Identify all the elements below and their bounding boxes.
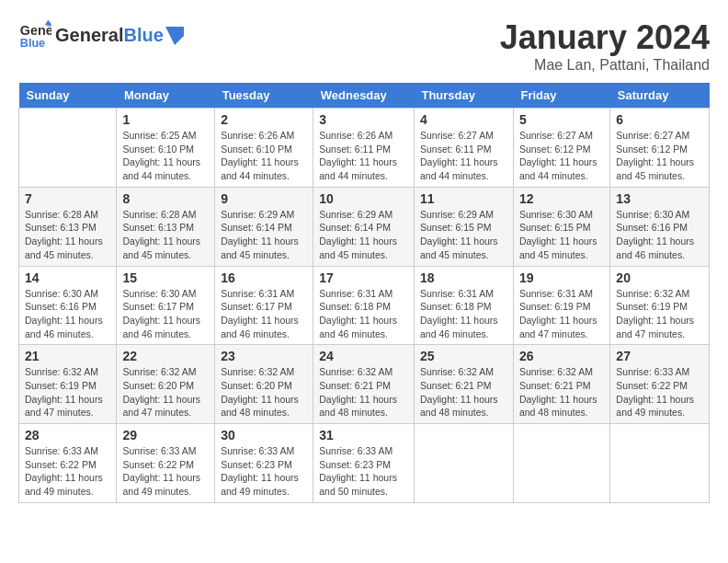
weekday-header-sunday: Sunday xyxy=(19,83,117,109)
calendar-cell: 12Sunrise: 6:30 AM Sunset: 6:15 PM Dayli… xyxy=(513,187,609,266)
day-info: Sunrise: 6:31 AM Sunset: 6:18 PM Dayligh… xyxy=(319,287,408,341)
logo-arrow-icon xyxy=(165,27,184,45)
calendar-cell: 16Sunrise: 6:31 AM Sunset: 6:17 PM Dayli… xyxy=(215,266,313,345)
calendar-cell xyxy=(414,424,513,503)
logo: General Blue General Blue xyxy=(18,18,184,52)
day-number: 27 xyxy=(616,349,703,363)
calendar-cell: 15Sunrise: 6:30 AM Sunset: 6:17 PM Dayli… xyxy=(117,266,215,345)
calendar-cell: 20Sunrise: 6:32 AM Sunset: 6:19 PM Dayli… xyxy=(610,266,710,345)
day-number: 22 xyxy=(122,349,209,363)
weekday-header-tuesday: Tuesday xyxy=(215,83,313,109)
day-number: 13 xyxy=(616,191,703,206)
day-info: Sunrise: 6:29 AM Sunset: 6:14 PM Dayligh… xyxy=(221,208,307,262)
day-info: Sunrise: 6:32 AM Sunset: 6:19 PM Dayligh… xyxy=(25,365,110,419)
svg-marker-4 xyxy=(165,27,184,45)
day-number: 3 xyxy=(319,112,408,127)
calendar-cell xyxy=(610,424,710,503)
day-info: Sunrise: 6:30 AM Sunset: 6:17 PM Dayligh… xyxy=(122,287,209,341)
day-number: 15 xyxy=(122,270,209,285)
logo-icon: General Blue xyxy=(18,18,51,52)
day-number: 6 xyxy=(616,112,703,127)
calendar-cell: 5Sunrise: 6:27 AM Sunset: 6:12 PM Daylig… xyxy=(513,109,609,188)
calendar-cell: 1Sunrise: 6:25 AM Sunset: 6:10 PM Daylig… xyxy=(117,109,215,188)
day-number: 2 xyxy=(221,112,307,127)
day-info: Sunrise: 6:33 AM Sunset: 6:22 PM Dayligh… xyxy=(616,365,703,419)
day-info: Sunrise: 6:32 AM Sunset: 6:19 PM Dayligh… xyxy=(616,287,703,341)
calendar-cell: 9Sunrise: 6:29 AM Sunset: 6:14 PM Daylig… xyxy=(215,187,313,266)
day-info: Sunrise: 6:27 AM Sunset: 6:12 PM Dayligh… xyxy=(519,129,604,183)
day-number: 4 xyxy=(420,112,507,127)
day-number: 12 xyxy=(519,191,604,206)
day-info: Sunrise: 6:30 AM Sunset: 6:16 PM Dayligh… xyxy=(25,287,110,341)
week-row-1: 1Sunrise: 6:25 AM Sunset: 6:10 PM Daylig… xyxy=(19,109,710,188)
day-number: 26 xyxy=(519,349,604,363)
day-info: Sunrise: 6:31 AM Sunset: 6:19 PM Dayligh… xyxy=(519,287,604,341)
day-info: Sunrise: 6:33 AM Sunset: 6:23 PM Dayligh… xyxy=(319,444,408,499)
day-info: Sunrise: 6:25 AM Sunset: 6:10 PM Dayligh… xyxy=(122,129,209,183)
day-info: Sunrise: 6:28 AM Sunset: 6:13 PM Dayligh… xyxy=(122,208,209,262)
day-number: 5 xyxy=(519,112,604,127)
day-number: 30 xyxy=(221,428,307,442)
day-number: 23 xyxy=(221,349,307,363)
svg-text:General: General xyxy=(20,23,51,38)
calendar-cell: 3Sunrise: 6:26 AM Sunset: 6:11 PM Daylig… xyxy=(313,109,415,188)
title-block: January 2024 Mae Lan, Pattani, Thailand xyxy=(500,18,710,74)
day-info: Sunrise: 6:29 AM Sunset: 6:14 PM Dayligh… xyxy=(319,208,408,262)
day-number: 1 xyxy=(122,112,209,127)
day-number: 8 xyxy=(122,191,209,206)
week-row-5: 28Sunrise: 6:33 AM Sunset: 6:22 PM Dayli… xyxy=(19,424,710,503)
day-number: 10 xyxy=(319,191,408,206)
calendar-cell: 19Sunrise: 6:31 AM Sunset: 6:19 PM Dayli… xyxy=(513,266,609,345)
day-number: 24 xyxy=(319,349,408,363)
day-info: Sunrise: 6:32 AM Sunset: 6:20 PM Dayligh… xyxy=(221,365,307,419)
calendar-body: 1Sunrise: 6:25 AM Sunset: 6:10 PM Daylig… xyxy=(19,109,710,503)
page-header: General Blue General Blue January 2024 M… xyxy=(18,18,710,74)
calendar-cell: 21Sunrise: 6:32 AM Sunset: 6:19 PM Dayli… xyxy=(19,345,117,424)
month-title: January 2024 xyxy=(500,18,710,57)
day-info: Sunrise: 6:29 AM Sunset: 6:15 PM Dayligh… xyxy=(420,208,507,262)
day-info: Sunrise: 6:32 AM Sunset: 6:21 PM Dayligh… xyxy=(519,365,604,419)
calendar-cell xyxy=(19,109,117,188)
calendar-cell: 14Sunrise: 6:30 AM Sunset: 6:16 PM Dayli… xyxy=(19,266,117,345)
day-number: 16 xyxy=(221,270,307,285)
location-title: Mae Lan, Pattani, Thailand xyxy=(500,57,710,74)
day-number: 19 xyxy=(519,270,604,285)
day-info: Sunrise: 6:33 AM Sunset: 6:22 PM Dayligh… xyxy=(25,444,110,499)
calendar-cell: 22Sunrise: 6:32 AM Sunset: 6:20 PM Dayli… xyxy=(117,345,215,424)
day-info: Sunrise: 6:32 AM Sunset: 6:21 PM Dayligh… xyxy=(420,365,507,419)
day-number: 14 xyxy=(25,270,110,285)
day-info: Sunrise: 6:27 AM Sunset: 6:11 PM Dayligh… xyxy=(420,129,507,183)
calendar-cell: 23Sunrise: 6:32 AM Sunset: 6:20 PM Dayli… xyxy=(215,345,313,424)
calendar-cell: 17Sunrise: 6:31 AM Sunset: 6:18 PM Dayli… xyxy=(313,266,415,345)
calendar-cell: 2Sunrise: 6:26 AM Sunset: 6:10 PM Daylig… xyxy=(215,109,313,188)
calendar-cell: 24Sunrise: 6:32 AM Sunset: 6:21 PM Dayli… xyxy=(313,345,415,424)
calendar-cell: 31Sunrise: 6:33 AM Sunset: 6:23 PM Dayli… xyxy=(313,424,415,503)
day-info: Sunrise: 6:27 AM Sunset: 6:12 PM Dayligh… xyxy=(616,129,703,183)
calendar-cell: 29Sunrise: 6:33 AM Sunset: 6:22 PM Dayli… xyxy=(117,424,215,503)
day-info: Sunrise: 6:30 AM Sunset: 6:16 PM Dayligh… xyxy=(616,208,703,262)
day-info: Sunrise: 6:32 AM Sunset: 6:20 PM Dayligh… xyxy=(122,365,209,419)
weekday-header-monday: Monday xyxy=(117,83,215,109)
calendar-cell: 27Sunrise: 6:33 AM Sunset: 6:22 PM Dayli… xyxy=(610,345,710,424)
week-row-4: 21Sunrise: 6:32 AM Sunset: 6:19 PM Dayli… xyxy=(19,345,710,424)
day-info: Sunrise: 6:33 AM Sunset: 6:22 PM Dayligh… xyxy=(122,444,209,499)
calendar-cell: 30Sunrise: 6:33 AM Sunset: 6:23 PM Dayli… xyxy=(215,424,313,503)
day-info: Sunrise: 6:26 AM Sunset: 6:10 PM Dayligh… xyxy=(221,129,307,183)
svg-text:Blue: Blue xyxy=(20,37,45,50)
week-row-3: 14Sunrise: 6:30 AM Sunset: 6:16 PM Dayli… xyxy=(19,266,710,345)
calendar-cell xyxy=(513,424,609,503)
calendar-cell: 26Sunrise: 6:32 AM Sunset: 6:21 PM Dayli… xyxy=(513,345,609,424)
calendar-cell: 11Sunrise: 6:29 AM Sunset: 6:15 PM Dayli… xyxy=(414,187,513,266)
day-number: 28 xyxy=(25,428,110,442)
day-number: 11 xyxy=(420,191,507,206)
calendar-cell: 13Sunrise: 6:30 AM Sunset: 6:16 PM Dayli… xyxy=(610,187,710,266)
day-number: 9 xyxy=(221,191,307,206)
day-number: 29 xyxy=(122,428,209,442)
weekday-header-thursday: Thursday xyxy=(414,83,513,109)
day-info: Sunrise: 6:31 AM Sunset: 6:18 PM Dayligh… xyxy=(420,287,507,341)
day-info: Sunrise: 6:33 AM Sunset: 6:23 PM Dayligh… xyxy=(221,444,307,499)
day-info: Sunrise: 6:26 AM Sunset: 6:11 PM Dayligh… xyxy=(319,129,408,183)
day-number: 7 xyxy=(25,191,110,206)
calendar-table: SundayMondayTuesdayWednesdayThursdayFrid… xyxy=(18,83,710,503)
logo-general-text: General xyxy=(55,25,123,46)
